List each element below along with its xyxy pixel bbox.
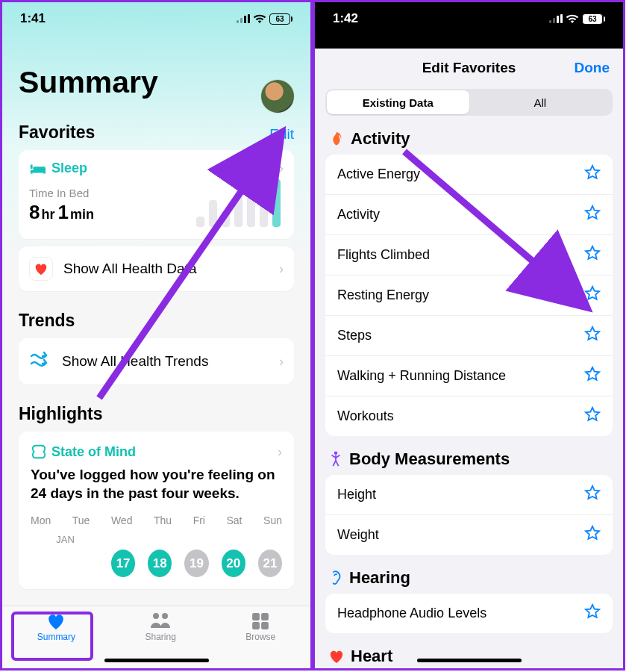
activity-item[interactable]: Flights Climbed [325,234,613,275]
page-title: Summary [19,65,294,100]
hearing-group: Headphone Audio Levels [325,594,613,633]
dates-row: 17 18 19 20 21 [31,550,282,577]
body-item[interactable]: Weight [325,514,613,555]
date-chip[interactable]: 21 [258,550,282,577]
all-trends-row[interactable]: Show All Health Trends › [19,338,294,385]
star-icon[interactable] [584,525,601,545]
star-icon[interactable] [584,603,601,623]
category-hearing: Hearing [328,568,610,588]
activity-item[interactable]: Walking + Running Distance [325,355,613,396]
hearing-item[interactable]: Headphone Audio Levels [325,594,613,633]
tab-summary[interactable]: Summary [37,612,75,642]
cellular-icon [237,14,250,23]
highlights-heading: Highlights [19,404,102,424]
svg-rect-3 [261,622,269,629]
heart-icon [46,612,66,630]
state-of-mind-label: State of Mind [51,444,136,460]
sleep-card[interactable]: Sleep 6:31› Time In Bed 8hr1min [19,150,294,239]
sleep-chart [196,175,281,227]
home-indicator[interactable] [104,659,209,662]
battery-icon: 63 [269,13,292,25]
segment-all[interactable]: All [469,90,612,114]
wifi-icon [253,13,266,24]
all-health-data-row[interactable]: Show All Health Data › [19,246,294,291]
date-chip[interactable]: 19 [184,550,208,577]
wifi-icon [566,13,579,24]
segmented-control[interactable]: Existing Data All [325,89,613,116]
activity-item-steps[interactable]: Steps [325,315,613,355]
star-icon[interactable] [584,285,601,305]
status-time: 1:42 [333,11,358,26]
svg-rect-1 [261,613,269,620]
star-icon[interactable] [584,164,601,184]
star-icon[interactable] [584,485,601,505]
status-bar: 1:42 63 [315,2,623,35]
star-icon[interactable] [584,205,601,225]
sleep-time: 6:31 [251,162,275,175]
all-health-data-label: Show All Health Data [63,261,269,277]
profile-avatar[interactable] [261,80,294,113]
activity-item[interactable]: Active Energy [325,155,613,194]
status-bar: 1:41 63 [2,2,310,35]
cellular-icon [549,14,563,23]
category-activity: Activity [328,129,610,149]
chevron-right-icon: › [278,444,282,460]
brain-icon [31,444,47,460]
edit-favorites-screen: 1:42 63 Edit Favorites Done Existing Dat… [313,0,625,671]
trends-icon [29,349,51,374]
sleep-label: Sleep [51,161,87,176]
date-chip[interactable]: 20 [222,550,245,577]
category-body: Body Measurements [328,449,610,469]
done-button[interactable]: Done [575,60,610,76]
star-icon[interactable] [584,366,601,386]
body-group: Height Weight [325,475,613,555]
state-of-mind-text: You've logged how you're feeling on 24 d… [31,466,282,503]
month-label: JAN [56,534,75,545]
grid-icon [250,612,271,630]
people-icon [150,612,171,630]
bed-icon [29,163,46,175]
date-chip[interactable]: 17 [111,550,135,577]
body-icon [328,451,343,467]
state-of-mind-card[interactable]: State of Mind › You've logged how you're… [19,432,294,589]
battery-icon: 63 [582,13,605,25]
activity-item[interactable]: Resting Energy [325,275,613,315]
ear-icon [328,570,343,586]
tab-sharing[interactable]: Sharing [145,612,175,642]
status-time: 1:41 [20,11,46,26]
all-trends-label: Show All Health Trends [62,353,269,370]
activity-item[interactable]: Workouts [325,396,613,436]
chevron-right-icon: › [279,354,284,370]
heart-icon [29,257,53,281]
star-icon[interactable] [584,326,601,346]
activity-item[interactable]: Activity [325,194,613,234]
flame-icon [328,131,345,147]
star-icon[interactable] [584,406,601,426]
edit-favorites-sheet: Edit Favorites Done Existing Data All Ac… [315,49,623,668]
trends-heading: Trends [19,311,75,331]
svg-rect-2 [252,622,260,629]
summary-screen: 1:41 63 Summary Favorites Edit Sleep 6:3… [0,0,313,671]
body-item[interactable]: Height [325,475,613,514]
star-icon[interactable] [584,245,601,265]
favorites-heading: Favorites [19,122,95,143]
chevron-right-icon: › [279,161,284,176]
svg-rect-0 [252,613,260,620]
heart-icon [328,649,345,664]
home-indicator[interactable] [417,659,522,662]
chevron-right-icon: › [279,261,284,277]
sheet-title: Edit Favorites [422,60,516,76]
date-chip[interactable]: 18 [148,550,172,577]
svg-point-5 [334,451,338,455]
tab-browse[interactable]: Browse [245,612,275,642]
weekday-row: MonTueWedThuFriSatSun [31,514,282,526]
edit-button[interactable]: Edit [269,126,294,143]
activity-group: Active Energy Activity Flights Climbed R… [325,155,613,436]
segment-existing-data[interactable]: Existing Data [327,90,469,114]
category-heart: Heart [328,647,610,666]
